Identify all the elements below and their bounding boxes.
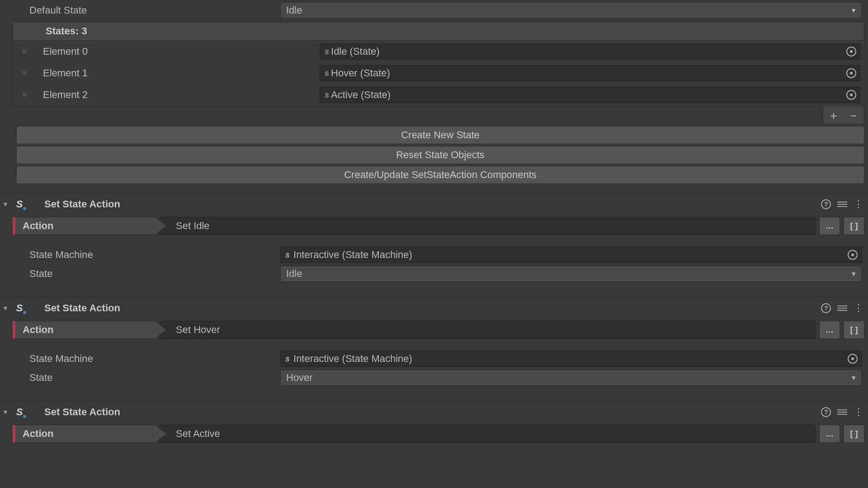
- presets-icon[interactable]: [837, 200, 847, 208]
- default-state-label: Default State: [0, 5, 280, 16]
- script-mini-icon: s: [285, 354, 290, 364]
- help-icon[interactable]: ?: [821, 407, 831, 417]
- drag-handle-icon[interactable]: ≡: [18, 47, 30, 56]
- foldout-icon[interactable]: ▼: [1, 201, 10, 208]
- script-icon: S: [13, 197, 26, 211]
- component-header[interactable]: ▼ S Set State Action ? ⋮: [0, 193, 868, 215]
- help-icon[interactable]: ?: [821, 199, 831, 209]
- script-icon: S: [13, 301, 26, 315]
- element-label: Element 0: [30, 46, 320, 57]
- element-label: Element 1: [30, 67, 320, 79]
- action-value-field[interactable]: Set Active: [159, 425, 816, 443]
- state-object-field[interactable]: s Hover (State): [320, 65, 860, 81]
- context-menu-icon[interactable]: ⋮: [854, 409, 863, 414]
- action-options-button[interactable]: …: [819, 425, 840, 443]
- state-machine-field[interactable]: s Interactive (State Machine): [280, 247, 862, 263]
- chevron-down-icon: ▼: [850, 270, 857, 277]
- script-icon: S: [13, 405, 26, 419]
- state-object-field[interactable]: s Idle (State): [320, 43, 860, 60]
- action-value-field[interactable]: Set Idle: [159, 217, 816, 235]
- action-value-field[interactable]: Set Hover: [159, 321, 816, 339]
- presets-icon[interactable]: [837, 304, 847, 312]
- action-label-chip[interactable]: Action: [13, 425, 166, 443]
- component-title: Set State Action: [44, 198, 821, 210]
- default-state-dropdown[interactable]: Idle ▼: [280, 2, 862, 19]
- remove-element-button[interactable]: －: [848, 109, 859, 121]
- list-footer: ＋ －: [13, 106, 864, 124]
- component-header[interactable]: ▼ S Set State Action ? ⋮: [0, 297, 868, 319]
- list-item: ≡ Element 0 s Idle (State): [13, 41, 864, 62]
- action-brackets-button[interactable]: [ ]: [844, 217, 864, 235]
- context-menu-icon[interactable]: ⋮: [854, 305, 863, 310]
- action-brackets-button[interactable]: [ ]: [844, 425, 864, 443]
- help-icon[interactable]: ?: [821, 303, 831, 313]
- list-item: ≡ Element 2 s Active (State): [13, 84, 864, 106]
- foldout-icon[interactable]: ▼: [1, 408, 10, 416]
- state-dropdown[interactable]: Idle ▼: [280, 266, 862, 282]
- reset-state-objects-button[interactable]: Reset State Objects: [16, 146, 864, 164]
- action-row: Action Set Idle … [ ]: [0, 215, 868, 237]
- default-state-row: Default State Idle ▼: [0, 0, 868, 21]
- create-update-components-button[interactable]: Create/Update SetStateAction Components: [16, 166, 864, 184]
- asset-icon: s: [325, 69, 329, 78]
- states-header-text: States: 3: [46, 25, 87, 37]
- action-options-button[interactable]: …: [819, 321, 840, 339]
- object-picker-icon[interactable]: [846, 47, 856, 56]
- action-row: Action Set Hover … [ ]: [0, 319, 868, 341]
- state-dropdown-row: State Idle ▼: [0, 264, 864, 283]
- action-label-chip[interactable]: Action: [13, 321, 166, 339]
- chevron-down-icon: ▼: [850, 374, 857, 381]
- asset-icon: s: [325, 47, 329, 56]
- component-title: Set State Action: [44, 406, 821, 418]
- state-dropdown-row: State Hover ▼: [0, 368, 864, 387]
- state-machine-row: State Machine s Interactive (State Machi…: [0, 245, 864, 264]
- object-picker-icon[interactable]: [848, 250, 858, 260]
- element-label: Element 2: [30, 89, 320, 101]
- state-machine-field[interactable]: s Interactive (State Machine): [280, 351, 862, 367]
- state-object-value: Active (State): [331, 89, 391, 101]
- chevron-down-icon: ▼: [850, 7, 857, 14]
- state-object-field[interactable]: s Active (State): [320, 87, 860, 103]
- drag-handle-icon[interactable]: ≡: [18, 69, 30, 77]
- foldout-icon[interactable]: ▼: [1, 305, 10, 312]
- state-machine-label: State Machine: [0, 249, 280, 261]
- action-label-chip[interactable]: Action: [13, 217, 166, 235]
- state-machine-label: State Machine: [0, 353, 280, 365]
- action-options-button[interactable]: …: [819, 217, 840, 235]
- state-machine-row: State Machine s Interactive (State Machi…: [0, 349, 864, 368]
- asset-icon: s: [325, 90, 329, 100]
- action-brackets-button[interactable]: [ ]: [844, 321, 864, 339]
- component-title: Set State Action: [44, 302, 821, 314]
- create-new-state-button[interactable]: Create New State: [16, 126, 864, 144]
- state-object-value: Hover (State): [331, 67, 390, 79]
- states-list: ≡ Element 0 s Idle (State) ≡ Element 1 s…: [13, 41, 864, 106]
- state-dropdown[interactable]: Hover ▼: [280, 370, 862, 386]
- list-item: ≡ Element 1 s Hover (State): [13, 62, 864, 84]
- state-label: State: [0, 268, 280, 280]
- object-picker-icon[interactable]: [848, 354, 858, 364]
- default-state-value: Idle: [286, 5, 302, 16]
- action-row: Action Set Active … [ ]: [0, 422, 868, 445]
- list-footer-buttons: ＋ －: [823, 106, 864, 124]
- object-picker-icon[interactable]: [846, 90, 856, 100]
- script-mini-icon: s: [285, 250, 290, 260]
- object-picker-icon[interactable]: [846, 68, 856, 78]
- context-menu-icon[interactable]: ⋮: [854, 202, 863, 206]
- component-header[interactable]: ▼ S Set State Action ? ⋮: [0, 401, 868, 422]
- state-object-value: Idle (State): [331, 46, 380, 57]
- presets-icon[interactable]: [837, 408, 847, 416]
- states-array-header[interactable]: States: 3: [13, 22, 864, 41]
- drag-handle-icon[interactable]: ≡: [18, 91, 30, 99]
- state-label: State: [0, 372, 280, 384]
- add-element-button[interactable]: ＋: [828, 109, 840, 121]
